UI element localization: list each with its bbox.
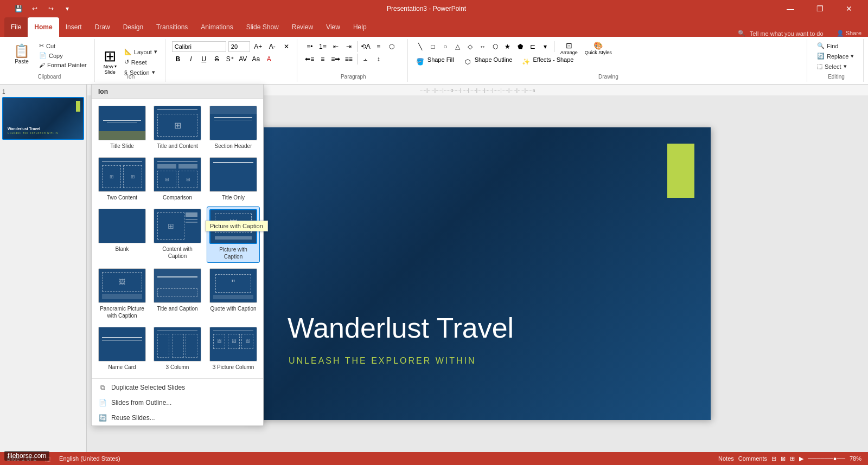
find-button[interactable]: 🔍 Find — [814, 41, 841, 50]
layout-quote-caption[interactable]: " Quote with Caption — [207, 266, 260, 321]
clear-format-button[interactable]: ✕ — [280, 41, 292, 52]
slide-sorter-button[interactable]: ⊞ — [790, 455, 795, 462]
shape-outline-button[interactable]: ⬡ — [462, 56, 474, 67]
layout-3-picture-column[interactable]: 🖼 🖼 🖼 3 Picture Column — [207, 325, 260, 373]
col-button[interactable]: ⫠ — [360, 54, 372, 64]
quick-styles-button[interactable]: 🎨 Quick Styles — [582, 41, 615, 55]
character-spacing-button[interactable]: AV — [237, 54, 249, 64]
numbering-button[interactable]: 1≡ — [317, 41, 329, 52]
new-slide-button[interactable]: ⊞ New ▾ Slide — [101, 48, 119, 76]
reset-button[interactable]: ↺ Reset — [121, 57, 161, 67]
shape3[interactable]: ↔ — [477, 41, 489, 52]
shape-effects-button[interactable]: ✨ — [520, 56, 532, 67]
layout-title-slide[interactable]: Title Slide — [96, 104, 148, 152]
tab-draw[interactable]: Draw — [88, 17, 117, 37]
tab-help[interactable]: Help — [347, 17, 373, 37]
line-spacing-button[interactable]: ↕ — [373, 54, 385, 64]
increase-indent-button[interactable]: ⇥ — [343, 41, 355, 52]
decrease-indent-button[interactable]: ⇤ — [330, 41, 342, 52]
slide-thumbnail-1[interactable]: Wanderlust Travel UNLEASH THE EXPLORER W… — [2, 97, 84, 140]
save-button[interactable]: 💾 — [11, 1, 26, 16]
paste-button[interactable]: 📋 Paste — [9, 41, 35, 67]
tab-transitions[interactable]: Transitions — [150, 17, 194, 37]
font-color-button[interactable]: A — [263, 54, 275, 64]
layout-title-only[interactable]: Title Only — [207, 155, 260, 203]
change-case-button[interactable]: Aa — [250, 54, 262, 64]
outline-view-button[interactable]: ⊠ — [781, 455, 786, 462]
normal-view-button[interactable]: ⊟ — [771, 455, 776, 462]
text-shadow-button[interactable]: S⁺ — [224, 54, 236, 64]
tell-me-input[interactable]: Tell me what you want to do — [750, 30, 824, 37]
circle-tool[interactable]: ○ — [439, 41, 451, 52]
cut-button[interactable]: ✂ Cut — [36, 41, 90, 50]
justify-button[interactable]: ≡≡ — [343, 54, 355, 64]
undo-button[interactable]: ↩ — [27, 1, 42, 16]
smartart-button[interactable]: ⬡ — [386, 41, 398, 52]
layout-section-header[interactable]: Section Header — [207, 104, 260, 152]
reading-view-button[interactable]: ▶ — [799, 455, 803, 462]
underline-button[interactable]: U — [198, 54, 210, 64]
font-family-input[interactable] — [172, 41, 226, 52]
tab-animations[interactable]: Animations — [194, 17, 239, 37]
format-painter-button[interactable]: 🖌 Format Painter — [36, 61, 90, 69]
slides-from-outline-action[interactable]: 📄 Slides from Outline... — [92, 395, 263, 410]
bullets-button[interactable]: ≡• — [304, 41, 316, 52]
redo-button[interactable]: ↪ — [43, 1, 59, 16]
shape6[interactable]: ⬟ — [514, 41, 526, 52]
restore-button[interactable]: ❐ — [807, 0, 832, 17]
tab-file[interactable]: File — [4, 17, 28, 37]
slide-canvas[interactable]: Wanderlust Travel UNLEASH THE EXPLORER W… — [244, 127, 711, 420]
text-direction-button[interactable]: ⟲A — [360, 41, 372, 52]
font-size-decrease-button[interactable]: A- — [266, 41, 278, 52]
shape4[interactable]: ⬡ — [489, 41, 501, 52]
layout-blank[interactable]: Blank — [96, 206, 148, 263]
italic-button[interactable]: I — [185, 54, 197, 64]
shape-more[interactable]: ▾ — [539, 41, 551, 52]
shape-fill-button[interactable]: 🪣 — [414, 56, 426, 67]
tab-review[interactable]: Review — [285, 17, 320, 37]
close-button[interactable]: ✕ — [837, 0, 861, 17]
layout-button[interactable]: 📐 Layout ▾ — [121, 47, 161, 56]
layout-title-caption[interactable]: Title and Caption — [151, 266, 203, 321]
arrange-button[interactable]: ⊡ Arrange — [557, 41, 581, 55]
tab-view[interactable]: View — [320, 17, 347, 37]
duplicate-slides-action[interactable]: ⧉ Duplicate Selected Slides — [92, 380, 263, 395]
share-button[interactable]: 👤 Share — [837, 30, 861, 37]
shape2[interactable]: ◇ — [464, 41, 476, 52]
tab-design[interactable]: Design — [117, 17, 150, 37]
layout-3-column[interactable]: 3 Column — [151, 325, 203, 373]
font-size-increase-button[interactable]: A+ — [252, 41, 264, 52]
layout-panoramic[interactable]: 🖼 Panoramic Picture with Caption — [96, 266, 148, 321]
line-tool[interactable]: ╲ — [414, 41, 426, 52]
tab-insert[interactable]: Insert — [59, 17, 88, 37]
align-left-button[interactable]: ⬅≡ — [304, 54, 316, 64]
align-right-button[interactable]: ≡➡ — [330, 54, 342, 64]
rect-tool[interactable]: □ — [427, 41, 439, 52]
replace-button[interactable]: 🔄 Replace ▾ — [814, 51, 857, 61]
tab-slideshow[interactable]: Slide Show — [240, 17, 285, 37]
copy-button[interactable]: 📄 Copy — [36, 51, 90, 60]
layout-title-content[interactable]: ⊞ Title and Content — [151, 104, 203, 152]
font-size-input[interactable] — [228, 41, 250, 52]
bold-button[interactable]: B — [172, 54, 184, 64]
zoom-level[interactable]: 78% — [850, 455, 861, 462]
minimize-button[interactable]: — — [778, 0, 803, 17]
zoom-slider[interactable]: ──────●── — [808, 455, 845, 462]
select-button[interactable]: ⬚ Select ▾ — [814, 62, 850, 71]
layout-comparison[interactable]: ⊞ ⊞ Comparison — [151, 155, 203, 203]
shape5[interactable]: ★ — [502, 41, 514, 52]
notes-button[interactable]: Notes — [718, 455, 734, 462]
customize-qa-button[interactable]: ▾ — [60, 1, 75, 16]
align-center-button[interactable]: ≡ — [317, 54, 329, 64]
shape7[interactable]: ⊏ — [527, 41, 539, 52]
align-text-button[interactable]: ≡ — [373, 41, 385, 52]
layout-content-caption[interactable]: ⊞ Content with Caption — [151, 206, 203, 263]
reuse-slides-action[interactable]: 🔄 Reuse Slides... — [92, 410, 263, 425]
comments-button[interactable]: Comments — [738, 455, 767, 462]
layout-two-content[interactable]: ⊞ ⊞ Two Content — [96, 155, 148, 203]
shape1[interactable]: △ — [452, 41, 464, 52]
layout-name-card[interactable]: Name Card — [96, 325, 148, 373]
strikethrough-button[interactable]: S — [211, 54, 223, 64]
tab-home[interactable]: Home — [28, 17, 59, 37]
layout-picture-caption[interactable]: 🖼 Picture with Caption — [207, 206, 260, 263]
